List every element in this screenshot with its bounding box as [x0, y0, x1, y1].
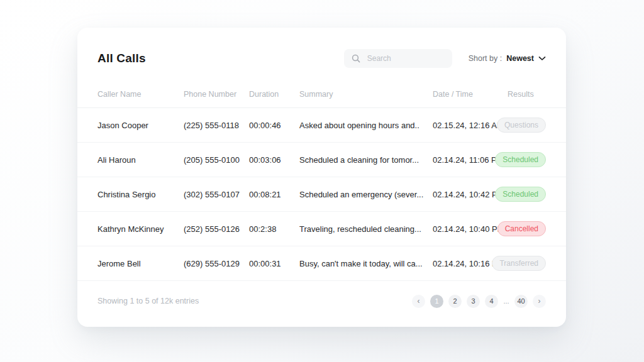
results-cell: Cancelled	[508, 221, 546, 236]
status-badge: Scheduled	[495, 152, 546, 167]
search-box[interactable]	[344, 49, 452, 68]
caller-name-cell: Kathryn McKinney	[97, 224, 184, 234]
status-badge: Questions	[497, 118, 546, 133]
summary-cell: Busy, can't make it today, will ca...	[299, 259, 433, 268]
results-cell: Transferred	[508, 256, 546, 271]
panel-header: All Calls Short by : Newest	[77, 28, 566, 68]
phone-number-cell: (302) 555-0107	[184, 190, 249, 199]
caller-name-cell: Ali Haroun	[97, 155, 184, 165]
summary-cell: Asked about opening hours and..	[299, 121, 433, 130]
entries-summary: Showing 1 to 5 of 12k entries	[97, 297, 199, 305]
pagination: ‹1234...40›	[412, 295, 546, 308]
duration-cell: 00:03:06	[249, 155, 299, 165]
summary-cell: Scheduled an emergency (sever...	[299, 190, 433, 199]
results-cell: Questions	[508, 118, 546, 133]
page-button-2[interactable]: 2	[448, 295, 462, 308]
search-icon	[352, 54, 360, 63]
caller-name-cell: Jerome Bell	[97, 259, 184, 268]
summary-cell: Scheduled a cleaning for tomor...	[299, 155, 433, 165]
column-header-summary: Summary	[299, 90, 433, 99]
caller-name-cell: Jason Cooper	[97, 121, 184, 130]
prev-page-button[interactable]: ‹	[412, 295, 425, 308]
column-header-results: Results	[508, 90, 546, 99]
table-row[interactable]: Kathryn McKinney (252) 555-0126 00:2:38 …	[77, 212, 566, 246]
column-header-duration: Duration	[249, 90, 299, 99]
date-time-cell: 02.14.24, 10:40 PM	[433, 224, 508, 234]
table-row[interactable]: Ali Haroun (205) 555-0100 00:03:06 Sched…	[77, 143, 566, 177]
duration-cell: 00:08:21	[249, 190, 299, 199]
caller-name-cell: Christina Sergio	[97, 190, 184, 199]
table-row[interactable]: Christina Sergio (302) 555-0107 00:08:21…	[77, 177, 566, 212]
duration-cell: 00:2:38	[249, 224, 299, 234]
sort-label: Short by :	[469, 54, 502, 63]
column-header-caller-name: Caller Name	[97, 90, 184, 99]
table-body: Jason Cooper (225) 555-0118 00:00:46 Ask…	[77, 108, 566, 281]
phone-number-cell: (629) 555-0129	[184, 259, 249, 268]
chevron-down-icon	[538, 56, 546, 61]
status-badge: Transferred	[492, 256, 546, 271]
phone-number-cell: (205) 555-0100	[184, 155, 249, 165]
pagination-ellipsis: ...	[503, 297, 509, 305]
sort-selected-value: Newest	[506, 54, 534, 63]
duration-cell: 00:00:46	[249, 121, 299, 130]
next-page-button[interactable]: ›	[533, 295, 546, 308]
page-title: All Calls	[97, 52, 146, 65]
page-button-3[interactable]: 3	[467, 295, 480, 308]
duration-cell: 00:00:31	[249, 259, 299, 268]
table-header-row: Caller Name Phone Number Duration Summar…	[77, 80, 566, 108]
page-button-4[interactable]: 4	[485, 295, 498, 308]
summary-cell: Traveling, rescheduled cleaning...	[299, 224, 433, 234]
phone-number-cell: (252) 555-0126	[184, 224, 249, 234]
column-header-date-time: Date / Time	[433, 90, 508, 99]
results-cell: Scheduled	[508, 152, 546, 167]
sort-dropdown[interactable]: Short by : Newest	[469, 54, 546, 63]
table-row[interactable]: Jason Cooper (225) 555-0118 00:00:46 Ask…	[77, 108, 566, 143]
results-cell: Scheduled	[508, 187, 546, 202]
page-button-1[interactable]: 1	[430, 295, 443, 308]
phone-number-cell: (225) 555-0118	[184, 121, 249, 130]
column-header-phone-number: Phone Number	[184, 90, 249, 99]
table-row[interactable]: Jerome Bell (629) 555-0129 00:00:31 Busy…	[77, 246, 566, 281]
page-button-40[interactable]: 40	[514, 295, 528, 308]
all-calls-panel: All Calls Short by : Newest Caller Name …	[77, 28, 566, 327]
status-badge: Scheduled	[495, 187, 546, 202]
status-badge: Cancelled	[497, 221, 546, 236]
panel-footer: Showing 1 to 5 of 12k entries ‹1234...40…	[77, 281, 566, 321]
search-input[interactable]	[366, 53, 445, 63]
